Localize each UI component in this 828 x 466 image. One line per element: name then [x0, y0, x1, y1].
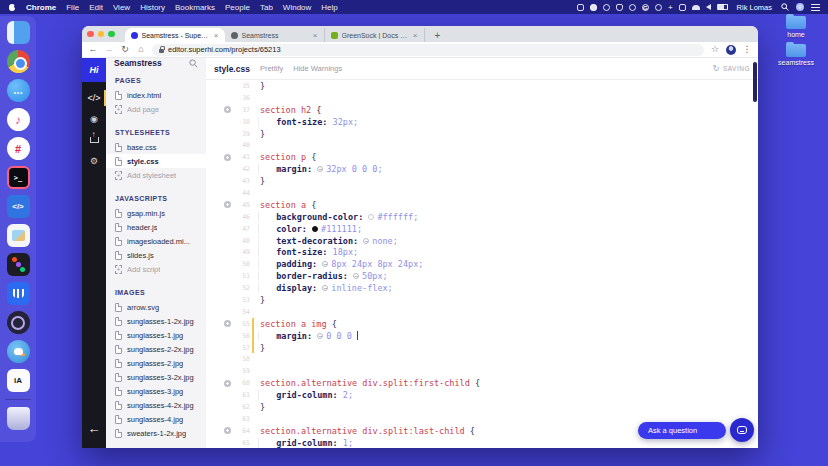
- figma-dock-icon[interactable]: [7, 253, 30, 276]
- file-item-header.js[interactable]: header.js: [106, 220, 206, 234]
- value-scrubber-icon[interactable]: [317, 166, 323, 172]
- code-line[interactable]: 48 text-decoration: none;: [206, 235, 752, 247]
- code-line[interactable]: 41section p {: [206, 151, 752, 163]
- code-line[interactable]: 46 background-color: #ffffff;: [206, 211, 752, 223]
- menu-help[interactable]: Help: [321, 3, 337, 12]
- code-line[interactable]: 53}: [206, 294, 752, 306]
- file-item-imagesloaded.mi...[interactable]: imagesloaded.mi...: [106, 234, 206, 248]
- preview-eye-icon[interactable]: ◉: [82, 114, 106, 124]
- new-tab-button[interactable]: +: [431, 28, 445, 42]
- ia-writer-dock-icon[interactable]: iA: [7, 369, 30, 392]
- terminal-dock-icon[interactable]: >_: [7, 166, 30, 189]
- prettify-button[interactable]: Prettify: [260, 64, 283, 73]
- code-line[interactable]: 35}: [206, 80, 752, 92]
- file-item-sunglasses-1.jpg[interactable]: sunglasses-1.jpg: [106, 328, 206, 342]
- add-file-button[interactable]: +Add stylesheet: [106, 168, 206, 182]
- apple-menu-icon[interactable]: [8, 3, 16, 11]
- menu-window[interactable]: Window: [283, 3, 311, 12]
- desktop-folder-seamstress[interactable]: seamstress: [770, 44, 822, 66]
- rule-gear-icon[interactable]: [224, 427, 231, 434]
- file-item-sweaters-1-2x.jpg[interactable]: sweaters-1-2x.jpg: [106, 426, 206, 440]
- preview-dock-icon[interactable]: [7, 224, 30, 247]
- hide-warnings-button[interactable]: Hide Warnings: [293, 64, 342, 73]
- browser-tab-1[interactable]: Seamstress - SuperHi×: [125, 28, 225, 42]
- code-line[interactable]: 55section a img {: [206, 318, 752, 330]
- file-item-arrow.svg[interactable]: arrow.svg: [106, 300, 206, 314]
- file-item-sunglasses-4-2x.jpg[interactable]: sunglasses-4-2x.jpg: [106, 398, 206, 412]
- menu-bookmarks[interactable]: Bookmarks: [175, 3, 215, 12]
- browser-tab-2[interactable]: Seamstress×: [225, 28, 325, 42]
- battery-icon[interactable]: [717, 4, 728, 10]
- superhi-logo[interactable]: Hi: [82, 58, 106, 82]
- rule-gear-icon[interactable]: [224, 380, 231, 387]
- back-icon[interactable]: ←: [88, 45, 98, 54]
- code-line[interactable]: 62}: [206, 401, 752, 413]
- chat-button[interactable]: [730, 418, 754, 442]
- value-scrubber-icon[interactable]: [353, 273, 359, 279]
- menu-people[interactable]: People: [225, 3, 250, 12]
- music-dock-icon[interactable]: ♪: [7, 108, 30, 131]
- menu-view[interactable]: View: [113, 3, 130, 12]
- shield-icon[interactable]: [616, 4, 623, 11]
- file-item-slides.js[interactable]: slides.js: [106, 248, 206, 262]
- desktop-folder-home[interactable]: home: [770, 16, 822, 38]
- rotate-icon[interactable]: [603, 4, 610, 11]
- menu-tab[interactable]: Tab: [260, 3, 273, 12]
- minimize-window-button[interactable]: [98, 31, 105, 38]
- file-item-gsap.min.js[interactable]: gsap.min.js: [106, 206, 206, 220]
- code-line[interactable]: 37section h2 {: [206, 104, 752, 116]
- file-item-base.css[interactable]: base.css: [106, 140, 206, 154]
- back-arrow-icon[interactable]: ←: [82, 421, 106, 436]
- menu-app-name[interactable]: Chrome: [26, 3, 56, 12]
- code-line[interactable]: 52 display: inline-flex;: [206, 282, 752, 294]
- ask-question-button[interactable]: Ask a question: [638, 422, 726, 439]
- menu-file[interactable]: File: [66, 3, 79, 12]
- messages-dock-icon[interactable]: …: [7, 79, 30, 102]
- url-text[interactable]: editor.superhi.com/projects/65213: [168, 45, 281, 54]
- wifi-icon[interactable]: [692, 5, 700, 10]
- chrome-dock-icon[interactable]: [7, 50, 30, 73]
- finder-dock-icon[interactable]: [7, 21, 30, 44]
- color-swatch[interactable]: [312, 226, 318, 232]
- menu-edit[interactable]: Edit: [89, 3, 103, 12]
- code-line[interactable]: 57}: [206, 342, 752, 354]
- siri-icon[interactable]: [796, 3, 804, 11]
- tab-close-icon[interactable]: ×: [214, 31, 219, 40]
- value-scrubber-icon[interactable]: [322, 261, 328, 267]
- spotlight-search-icon[interactable]: [781, 3, 789, 11]
- profile-avatar[interactable]: [726, 45, 736, 55]
- rule-gear-icon[interactable]: [224, 201, 231, 208]
- value-scrubber-icon[interactable]: [322, 285, 328, 291]
- intercom-dock-icon[interactable]: [7, 282, 30, 305]
- plus-icon[interactable]: +: [668, 4, 673, 11]
- twitter-dock-icon[interactable]: [7, 340, 30, 363]
- file-item-style.css[interactable]: style.css: [106, 154, 206, 168]
- code-line[interactable]: 61 grid-column: 2;: [206, 389, 752, 401]
- code-line[interactable]: 50 padding: 8px 24px 8px 24px;: [206, 258, 752, 270]
- file-tab-stylecss[interactable]: style.css: [214, 64, 250, 74]
- close-window-button[interactable]: [87, 31, 94, 38]
- code-line[interactable]: 42 margin: 32px 0 0 0;: [206, 163, 752, 175]
- menubar-username[interactable]: Rik Lomas: [737, 3, 772, 12]
- add-file-button[interactable]: +Add page: [106, 102, 206, 116]
- trash-dock-icon[interactable]: [7, 407, 30, 430]
- settings-icon[interactable]: ⚙: [82, 156, 106, 166]
- browser-tab-3[interactable]: GreenSock | Docs | GSAP | g...×: [325, 28, 425, 42]
- file-item-sunglasses-3.jpg[interactable]: sunglasses-3.jpg: [106, 384, 206, 398]
- clock-icon[interactable]: [655, 4, 662, 11]
- zoom-window-button[interactable]: [108, 31, 115, 38]
- add-file-button[interactable]: +Add script: [106, 262, 206, 276]
- file-item-sunglasses-2.jpg[interactable]: sunglasses-2.jpg: [106, 356, 206, 370]
- code-line[interactable]: 39}: [206, 128, 752, 140]
- value-scrubber-icon[interactable]: [317, 333, 323, 339]
- circle-dark-icon[interactable]: [590, 4, 597, 11]
- code-line[interactable]: 59: [206, 365, 752, 377]
- slack-dock-icon[interactable]: #: [7, 137, 30, 160]
- code-line[interactable]: 58: [206, 353, 752, 365]
- code-line[interactable]: 54: [206, 306, 752, 318]
- code-icon[interactable]: </>: [82, 93, 106, 103]
- file-item-sunglasses-3-2x.jpg[interactable]: sunglasses-3-2x.jpg: [106, 370, 206, 384]
- code-line[interactable]: 36: [206, 92, 752, 104]
- forward-icon[interactable]: →: [104, 45, 114, 54]
- search-icon[interactable]: [189, 59, 198, 68]
